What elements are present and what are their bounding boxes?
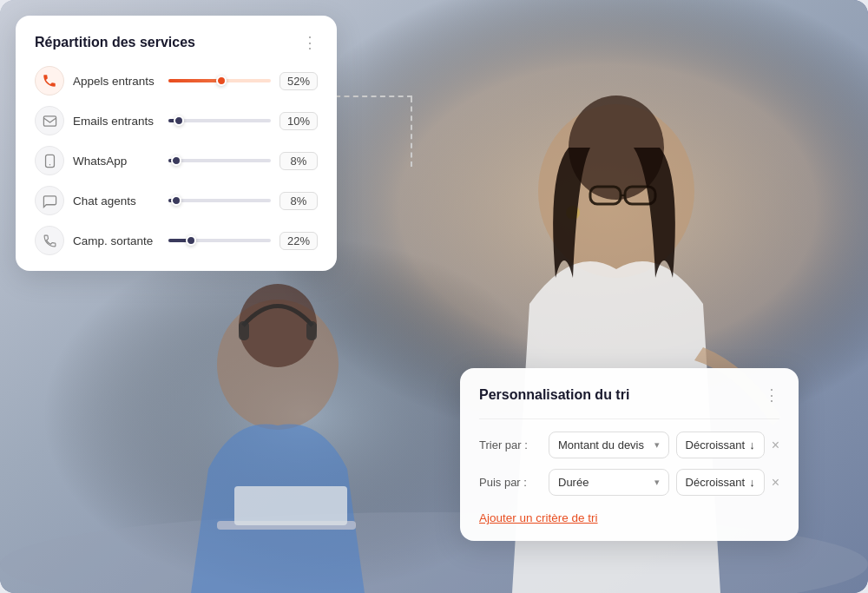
svg-rect-13 <box>306 321 317 340</box>
services-card-header: Répartition des services ⋮ <box>35 33 318 52</box>
sort-field-1-chevron: ▾ <box>654 439 660 451</box>
services-card-title: Répartition des services <box>35 35 195 50</box>
pct-camp: 22% <box>279 232 318 250</box>
add-criteria-button[interactable]: Ajouter un critère de tri <box>479 511 598 524</box>
slider-emails[interactable] <box>168 119 271 122</box>
service-icon-whatsapp <box>35 146 64 175</box>
sort-field-2-chevron: ▾ <box>654 477 660 488</box>
sort-field-1-value: Montant du devis <box>558 438 644 451</box>
service-label-camp: Camp. sortante <box>73 234 160 247</box>
sort-order-1-value: Décroissant <box>686 438 746 451</box>
slider-chat[interactable] <box>168 199 271 202</box>
sort-row-2-close[interactable]: × <box>772 475 779 491</box>
svg-rect-15 <box>234 486 347 525</box>
sort-row-2-prefix: Puis par : <box>479 476 542 489</box>
service-label-chat: Chat agents <box>73 194 160 208</box>
svg-rect-12 <box>239 321 249 340</box>
sort-row-1-prefix: Trier par : <box>479 438 542 451</box>
sort-field-2-select[interactable]: Durée ▾ <box>549 469 669 496</box>
slider-appels[interactable] <box>168 79 271 82</box>
sort-row-1: Trier par : Montant du devis ▾ Décroissa… <box>479 432 779 458</box>
service-icon-appels <box>35 66 64 96</box>
service-label-appels: Appels entrants <box>73 75 160 88</box>
sort-order-1[interactable]: Décroissant ↓ <box>676 432 765 458</box>
sort-row-1-close[interactable]: × <box>772 438 779 453</box>
sort-order-2-icon: ↓ <box>749 476 755 489</box>
service-row-camp: Camp. sortante 22% <box>35 226 318 255</box>
sort-card-header: Personnalisation du tri ⋮ <box>479 385 779 405</box>
slider-whatsapp[interactable] <box>168 159 271 162</box>
services-card-menu[interactable]: ⋮ <box>302 33 318 52</box>
sort-field-2-value: Durée <box>558 476 589 489</box>
service-row-emails: Emails entrants 10% <box>35 106 318 135</box>
sort-card-menu[interactable]: ⋮ <box>764 385 779 405</box>
sort-order-1-icon: ↓ <box>749 438 755 451</box>
services-card: Répartition des services ⋮ Appels entran… <box>16 16 337 271</box>
svg-rect-16 <box>43 115 56 125</box>
sort-row-2: Puis par : Durée ▾ Décroissant ↓ × <box>479 469 779 496</box>
pct-whatsapp: 8% <box>279 152 318 170</box>
service-icon-chat <box>35 186 64 215</box>
service-row-chat: Chat agents 8% <box>35 186 318 215</box>
slider-camp[interactable] <box>168 239 271 242</box>
service-icon-emails <box>35 106 64 135</box>
service-icon-camp <box>35 226 64 255</box>
svg-point-18 <box>49 164 49 165</box>
sort-order-2-value: Décroissant <box>686 476 746 489</box>
service-row-whatsapp: WhatsApp 8% <box>35 146 318 175</box>
svg-point-11 <box>239 284 317 367</box>
service-row-appels: Appels entrants 52% <box>35 66 318 96</box>
sort-separator <box>479 418 779 419</box>
sort-field-1-select[interactable]: Montant du devis ▾ <box>549 432 669 458</box>
pct-chat: 8% <box>279 192 318 210</box>
pct-emails: 10% <box>279 112 318 130</box>
service-label-emails: Emails entrants <box>73 115 160 128</box>
service-label-whatsapp: WhatsApp <box>73 155 160 168</box>
sort-card: Personnalisation du tri ⋮ Trier par : Mo… <box>460 368 799 541</box>
sort-order-2[interactable]: Décroissant ↓ <box>676 469 765 496</box>
sort-card-title: Personnalisation du tri <box>479 387 629 403</box>
pct-appels: 52% <box>279 72 318 90</box>
